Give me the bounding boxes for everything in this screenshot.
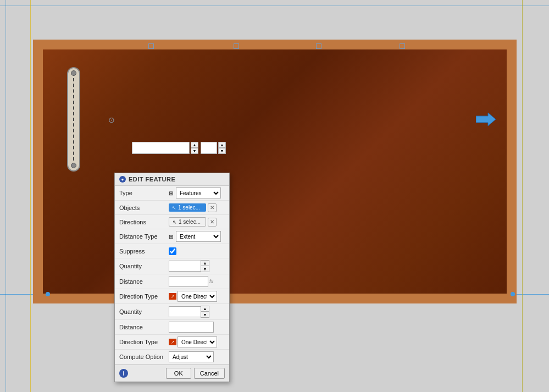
slider-handle[interactable] [67, 67, 80, 172]
label-distance-type: Distance Type [119, 233, 169, 240]
label-distance2: Distance [119, 324, 169, 330]
quantity2-down[interactable]: ▼ [201, 312, 209, 317]
label-compute-option: Compute Option [119, 354, 169, 360]
quantity1-input[interactable]: 6 [169, 261, 201, 272]
form-row-compute-option: Compute Option Adjust [115, 350, 229, 365]
select-distance-type[interactable]: Extent [176, 231, 221, 242]
control-direction-type1[interactable]: ↗ One Direct... [169, 291, 225, 302]
formula-spinner-down[interactable]: ▼ [191, 148, 198, 154]
form-row-distance2: Distance 0.00 mm [115, 320, 229, 335]
formula-spinner[interactable]: ▲ ▼ [191, 142, 198, 154]
label-objects: Objects [119, 205, 169, 211]
direction-type1-wrap[interactable]: ↗ One Direct... [169, 291, 217, 302]
quantity1-down[interactable]: ▼ [201, 266, 209, 272]
distance1-input-wrap[interactable]: length – 3 * mt fx [169, 276, 213, 287]
control-objects: ↖ 1 selec... ✕ [169, 203, 225, 212]
quantity2-input-wrap[interactable]: 1 ▲ ▼ [169, 306, 209, 318]
form-row-distance-type: Distance Type ⊞ Extent [115, 229, 229, 244]
directions-btn-icon: ↖ [173, 219, 177, 225]
direction-type1-icon: ↗ [169, 293, 176, 300]
formula-input-field[interactable]: ngth – 3 * mt [132, 142, 190, 154]
control-quantity1[interactable]: 6 ▲ ▼ [169, 260, 225, 272]
control-distance1[interactable]: length – 3 * mt fx [169, 276, 225, 287]
ok-button[interactable]: OK [166, 368, 191, 379]
label-type: Type [119, 190, 169, 196]
form-row-objects: Objects ↖ 1 selec... ✕ [115, 201, 229, 215]
formula-spinner-up[interactable]: ▲ [191, 142, 198, 148]
select-compute-option[interactable]: Adjust [169, 351, 214, 362]
symbol-icon: ⊙ [108, 115, 115, 124]
dialog-title-icon: ● [119, 176, 126, 183]
qty-spinner[interactable]: ▲ ▼ [218, 142, 226, 154]
corner-handle-bl[interactable] [46, 292, 50, 296]
objects-select-btn[interactable]: ↖ 1 selec... [169, 203, 206, 212]
dialog-title-text: EDIT FEATURE [129, 176, 175, 183]
handle-dashed-line [73, 78, 74, 161]
form-row-directions: Directions ↖ 1 selec... ✕ [115, 215, 229, 229]
corner-handle-br[interactable] [511, 292, 515, 296]
form-row-suppress: Suppress [115, 244, 229, 258]
select-type[interactable]: Features [176, 187, 221, 198]
cancel-button[interactable]: Cancel [194, 368, 225, 379]
label-directions: Directions [119, 219, 169, 225]
direction-type2-wrap[interactable]: ↗ One Direct... [169, 336, 217, 347]
label-distance1: Distance [119, 278, 169, 285]
suppress-checkbox[interactable] [169, 247, 176, 255]
svg-marker-0 [476, 113, 496, 126]
canvas-area: ⊙ ngth – 3 * mt ▲ ▼ 6 ▲ ▼ ● EDIT FEATURE [0, 0, 549, 392]
board-marker-4 [400, 43, 405, 49]
objects-btn-icon: ↖ [172, 205, 176, 211]
direction-type2-icon: ↗ [169, 339, 176, 345]
wooden-board [33, 40, 517, 303]
form-row-direction-type1: Direction Type ↗ One Direct... [115, 289, 229, 304]
distance1-input[interactable]: length – 3 * mt [169, 276, 208, 287]
control-distance2[interactable]: 0.00 mm [169, 322, 225, 333]
directions-btn-label: 1 selec... [179, 219, 201, 225]
control-compute-option[interactable]: Adjust [169, 351, 225, 362]
edit-feature-dialog: ● EDIT FEATURE Type ⊞ Features Objects ↖… [114, 173, 230, 382]
control-suppress[interactable] [169, 247, 225, 255]
label-quantity2: Quantity [119, 308, 169, 315]
objects-clear-btn[interactable]: ✕ [208, 203, 217, 212]
directions-select-btn[interactable]: ↖ 1 selec... [169, 217, 206, 227]
board-marker-1 [148, 43, 154, 49]
handle-bottom-circle [71, 163, 76, 168]
info-icon[interactable]: i [119, 369, 128, 378]
dialog-title-bar: ● EDIT FEATURE [115, 173, 229, 186]
board-marker-3 [316, 43, 321, 49]
control-distance-type[interactable]: ⊞ Extent [169, 231, 225, 242]
label-quantity1: Quantity [119, 263, 169, 269]
quantity2-input[interactable]: 1 [169, 306, 201, 317]
label-direction-type1: Direction Type [119, 293, 169, 300]
quantity1-up[interactable]: ▲ [201, 261, 209, 266]
select-direction-type1[interactable]: One Direct... [178, 291, 217, 302]
control-direction-type2[interactable]: ↗ One Direct... [169, 336, 225, 347]
qty-spinner-up[interactable]: ▲ [218, 142, 226, 148]
grid-line-h [0, 5, 549, 6]
quantity2-up[interactable]: ▲ [201, 306, 209, 312]
form-row-quantity2: Quantity 1 ▲ ▼ [115, 304, 229, 320]
quantity2-spinner[interactable]: ▲ ▼ [201, 306, 209, 318]
qty-spinner-down[interactable]: ▼ [218, 148, 226, 154]
formula-qty-input[interactable]: 6 [201, 142, 217, 154]
quantity1-spinner[interactable]: ▲ ▼ [201, 260, 209, 272]
formula-input-area[interactable]: ngth – 3 * mt ▲ ▼ 6 ▲ ▼ [132, 142, 226, 154]
dialog-footer: i OK Cancel [115, 365, 229, 382]
directions-clear-btn[interactable]: ✕ [208, 218, 217, 227]
control-quantity2[interactable]: 1 ▲ ▼ [169, 306, 225, 318]
select-direction-type2[interactable]: One Direct... [178, 336, 217, 347]
board-marker-2 [234, 43, 239, 49]
footer-buttons: OK Cancel [166, 368, 225, 379]
control-type[interactable]: ⊞ Features [169, 187, 225, 198]
form-row-direction-type2: Direction Type ↗ One Direct... [115, 335, 229, 350]
label-direction-type2: Direction Type [119, 339, 169, 345]
handle-top-circle [71, 70, 76, 76]
quantity1-input-wrap[interactable]: 6 ▲ ▼ [169, 260, 209, 272]
grid-line-yellow-left [30, 0, 31, 392]
distance2-input[interactable]: 0.00 mm [169, 322, 214, 333]
distance1-fx-label: fx [209, 279, 213, 284]
grid-line-yellow-right [522, 0, 523, 392]
form-row-type: Type ⊞ Features [115, 186, 229, 201]
objects-btn-label: 1 selec... [178, 205, 200, 211]
grid-line-v-left [5, 0, 6, 392]
